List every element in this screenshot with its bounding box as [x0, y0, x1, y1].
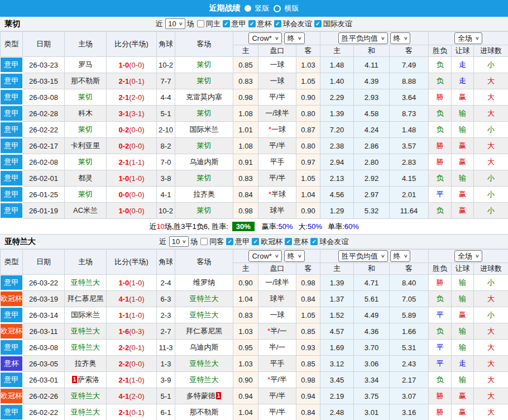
asian-home-odds: 1.04: [233, 404, 258, 420]
result-winloss: 负: [429, 57, 452, 73]
col-score: 比分(半场): [107, 250, 157, 275]
match-date: 26-01-25: [23, 187, 65, 203]
vertical-layout-radio[interactable]: [245, 5, 251, 12]
results-rows: 意甲 26-03-23 罗马 1-0(0-0) 10-2 莱切 0.85 一球 …: [1, 57, 508, 219]
chevron-down-icon: ∨: [275, 254, 279, 259]
asian-home-odds: 1.08: [233, 106, 258, 122]
col-result-goals: 进球数: [474, 45, 508, 57]
euro-away-odds: 1.66: [390, 323, 429, 340]
result-winloss: 负: [429, 73, 452, 89]
table-row: 欧冠杯 26-02-26 亚特兰大 4-1(2-0) 5-1 多特蒙德1 0.9…: [1, 388, 508, 404]
horizontal-layout-label[interactable]: 横版: [285, 3, 299, 13]
corner-count: 4-1: [157, 187, 175, 203]
chevron-down-icon: ∨: [275, 36, 279, 41]
league-label-intl-friendly[interactable]: 国际友谊: [323, 19, 352, 29]
home-team: 那不勒斯: [65, 73, 107, 89]
league-label-serie-a[interactable]: 意甲: [232, 19, 246, 29]
asian-handicap-line: 一球: [258, 307, 296, 323]
asian-home-odds: 0.98: [233, 203, 258, 219]
match-date: 26-03-01: [23, 372, 65, 388]
league-label-club-friendly[interactable]: 球会友谊: [283, 19, 312, 29]
league-checkbox-ucl[interactable]: ✓: [252, 238, 259, 245]
match-scope-select[interactable]: 全场∨: [454, 250, 482, 262]
chevron-down-icon: ∨: [182, 239, 186, 244]
euro-odds-source-select[interactable]: 胜平负均值∨: [338, 32, 388, 44]
result-handicap: 赢: [452, 203, 474, 219]
league-label-coppa[interactable]: 意杯: [257, 19, 272, 29]
result-goals: 大: [474, 372, 508, 388]
asian-away-odds: 0.97: [296, 154, 320, 170]
asian-odds-source-select[interactable]: Crow*∨: [248, 32, 281, 44]
home-team: AC米兰: [65, 203, 107, 219]
league-checkbox-serie-a[interactable]: ✓: [226, 238, 233, 245]
vertical-layout-label[interactable]: 竖版: [255, 3, 270, 13]
col-corner: 角球: [157, 250, 175, 275]
summary-bar: 近10场,胜3平1负6, 胜率: 30% 赢率:50% 大:50% 单率:60%: [0, 219, 508, 235]
league-label-coppa[interactable]: 意杯: [294, 237, 308, 247]
match-score: 3-1(3-1): [107, 106, 157, 122]
same-away-checkbox[interactable]: [200, 238, 208, 245]
asian-away-odds: 1.05: [296, 307, 320, 323]
same-home-checkbox[interactable]: [197, 20, 204, 27]
euro-odds-source-select[interactable]: 胜平负均值∨: [338, 250, 388, 262]
euro-away-odds: 2.83: [390, 154, 429, 170]
asian-away-odds: 1.05: [296, 73, 320, 89]
asian-odds-state-select[interactable]: 终∨: [284, 250, 305, 262]
league-checkbox-coppa[interactable]: ✓: [248, 20, 256, 27]
euro-odds-state-select[interactable]: 终∨: [390, 250, 411, 262]
euro-away-odds: 7.49: [390, 57, 429, 73]
asian-home-odds: 1.04: [233, 291, 258, 307]
match-date: 26-02-26: [23, 388, 65, 404]
euro-draw-odds: 4.36: [354, 323, 390, 340]
league-checkbox-serie-a[interactable]: ✓: [223, 20, 230, 27]
away-team: 拉齐奥: [175, 187, 233, 203]
euro-odds-state-select[interactable]: 终∨: [390, 32, 411, 44]
result-handicap: 赢: [452, 138, 474, 154]
euro-draw-odds: 4.39: [354, 73, 390, 89]
asian-handicap-line: 平手: [258, 356, 296, 372]
euro-home-odds: 3.45: [320, 372, 354, 388]
euro-home-odds: 2.38: [320, 138, 354, 154]
chevron-down-icon: ∨: [403, 254, 408, 259]
section-lecce: 莱切 近 10∨ 场 同主 ✓ 意甲 ✓ 意杯 ✓ 球会友谊 ✓ 国际友谊 类型: [0, 17, 508, 235]
horizontal-layout-radio[interactable]: [274, 5, 281, 12]
euro-home-odds: 1.69: [320, 340, 354, 356]
league-label-club-friendly[interactable]: 球会友谊: [319, 237, 348, 247]
asian-away-odds: 0.87: [296, 122, 320, 138]
asian-odds-state-select[interactable]: 终∨: [284, 32, 305, 44]
euro-draw-odds: 3.06: [354, 356, 390, 372]
league-label-serie-a[interactable]: 意甲: [235, 237, 250, 247]
league-badge: 意甲: [1, 122, 23, 138]
match-scope-select[interactable]: 全场∨: [454, 32, 482, 44]
league-checkbox-coppa[interactable]: ✓: [285, 238, 292, 245]
result-handicap: 走: [452, 356, 474, 372]
euro-away-odds: 8.73: [390, 106, 429, 122]
asian-away-odds: 0.85: [296, 356, 320, 372]
away-team: 莱切: [175, 203, 233, 219]
asian-handicap-line: 一/球半: [258, 106, 296, 122]
league-checkbox-club-friendly[interactable]: ✓: [274, 20, 281, 27]
result-goals: 小: [474, 122, 508, 138]
asian-handicap-line: 球半: [258, 203, 296, 219]
result-goals: 大: [474, 106, 508, 122]
league-label-ucl[interactable]: 欧冠杯: [261, 237, 282, 247]
away-team: 维罗纳: [175, 275, 233, 291]
match-count-select[interactable]: 10∨: [169, 236, 189, 247]
away-team: 那不勒斯: [175, 404, 233, 420]
result-goals: 大: [474, 323, 508, 340]
match-count-select[interactable]: 10∨: [165, 18, 185, 29]
result-handicap: 赢: [452, 89, 474, 106]
euro-home-odds: 2.94: [320, 154, 354, 170]
league-checkbox-intl-friendly[interactable]: ✓: [314, 20, 322, 27]
league-badge: 欧冠杯: [1, 291, 23, 307]
result-handicap: 输: [452, 323, 474, 340]
same-away-label[interactable]: 同客: [209, 237, 224, 247]
match-date: 26-03-22: [23, 275, 65, 291]
asian-odds-source-select[interactable]: Crow*∨: [248, 250, 281, 262]
euro-away-odds: 3.64: [390, 89, 429, 106]
league-checkbox-club-friendly[interactable]: ✓: [310, 238, 318, 245]
asian-home-odds: 1.08: [233, 138, 258, 154]
same-home-label[interactable]: 同主: [206, 19, 221, 29]
asian-home-odds: 0.83: [233, 307, 258, 323]
away-team: 乌迪内斯: [175, 340, 233, 356]
